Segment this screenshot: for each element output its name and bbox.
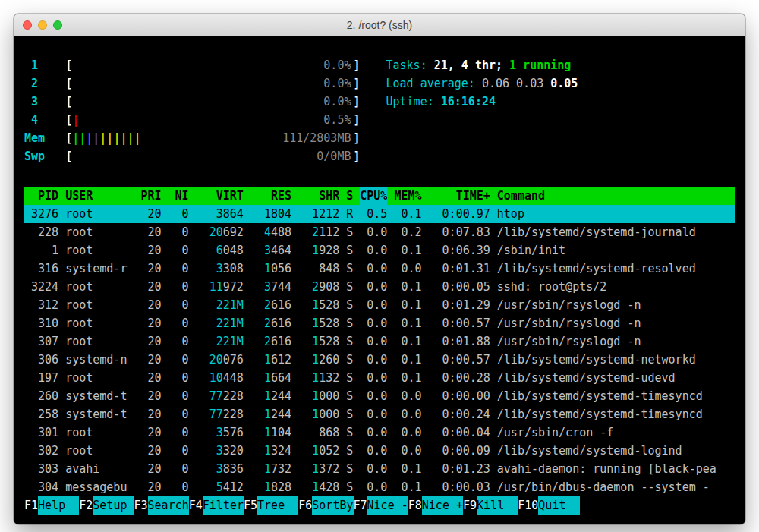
cell-ni: 0	[168, 351, 189, 369]
function-key-f8[interactable]: F8Nice +	[408, 496, 463, 515]
cell-shr: 868	[298, 423, 339, 442]
function-key-label: Setup	[93, 496, 134, 515]
column-header-pri[interactable]: PRI	[140, 187, 161, 205]
function-key-f7[interactable]: F7Nice -	[354, 496, 408, 515]
column-header-time[interactable]: TIME+	[429, 187, 490, 205]
cell-mem: 0.0	[394, 442, 421, 460]
meter-close-bracket: ]	[353, 93, 360, 111]
meter-open-bracket: [	[65, 147, 72, 165]
process-row-302[interactable]: 302root200332013241052S0.00.00:00.09/lib…	[24, 442, 735, 460]
cell-ni: 0	[168, 387, 189, 405]
cell-pid: 3276	[24, 205, 58, 223]
process-row-1[interactable]: 1root200604834641928S0.00.10:06.39/sbin/…	[24, 241, 735, 260]
cell-s: S	[346, 296, 353, 314]
process-row-3224[interactable]: 3224root2001197237442908S0.00.10:00.05ss…	[24, 278, 735, 296]
column-header-pid[interactable]: PID	[24, 187, 58, 205]
process-row-316[interactable]: 316systemd-r20033081056848S0.00.00:01.31…	[24, 260, 735, 278]
meter-2: 2[0.0%]	[24, 74, 360, 93]
cell-time: 0:00.09	[429, 442, 490, 460]
cell-ni: 0	[168, 460, 189, 478]
cell-time: 0:00.57	[429, 314, 490, 332]
cell-command: /usr/sbin/rsyslogd -n	[497, 314, 735, 332]
process-row-303[interactable]: 303avahi200383617321372S0.00.10:01.23ava…	[24, 460, 735, 478]
meter-close-bracket: ]	[353, 147, 360, 165]
process-row-260[interactable]: 260systemd-t2007722812441000S0.00.00:00.…	[24, 387, 735, 405]
function-key-f6[interactable]: F6SortBy	[298, 496, 353, 515]
zoom-button[interactable]	[53, 20, 62, 30]
cell-s: S	[346, 223, 353, 241]
column-header-ni[interactable]: NI	[168, 187, 189, 205]
function-key-label: Tree	[257, 496, 298, 515]
function-key-f4[interactable]: F4Filter	[189, 496, 244, 515]
cell-pri: 20	[140, 278, 161, 296]
cell-res: 1324	[250, 442, 291, 460]
cell-virt: 20692	[196, 223, 244, 241]
column-header-mem[interactable]: MEM%	[394, 187, 421, 205]
htop-screen: 1[0.0%] 2[0.0%] 3[0.0%] 4[|0.5%]Mem[||||…	[14, 36, 745, 524]
function-key-f2[interactable]: F2Setup	[79, 496, 134, 515]
meter-bar: 0.0%	[72, 56, 353, 74]
cell-command: /lib/systemd/systemd-networkd	[497, 351, 735, 369]
cell-shr: 1132	[298, 369, 339, 387]
function-key-label: Search	[148, 496, 189, 515]
column-header-cpu[interactable]: CPU%	[360, 187, 387, 205]
uptime-label: Uptime:	[386, 95, 440, 109]
cell-mem: 0.1	[394, 241, 421, 260]
function-key-f3[interactable]: F3Search	[134, 496, 189, 515]
titlebar[interactable]: 2. /root? (ssh)	[14, 14, 745, 36]
cell-res: 2616	[250, 296, 291, 314]
close-button[interactable]	[23, 20, 32, 30]
column-header-s[interactable]: S	[346, 187, 353, 205]
process-row-258[interactable]: 258systemd-t2007722812441000S0.00.00:00.…	[24, 405, 735, 423]
process-row-312[interactable]: 312root200221M26161528S0.00.10:01.29/usr…	[24, 296, 735, 314]
cell-pri: 20	[140, 369, 161, 387]
function-key-f1[interactable]: F1Help	[24, 496, 79, 515]
cell-user: systemd-t	[65, 405, 134, 423]
column-header-shr[interactable]: SHR	[298, 187, 339, 205]
function-key-number: F3	[134, 496, 148, 515]
function-key-f9[interactable]: F9Kill	[463, 496, 518, 515]
process-row-301[interactable]: 301root20035761104868S0.00.00:00.04/usr/…	[24, 423, 735, 442]
traffic-lights	[23, 14, 62, 36]
process-row-3276[interactable]: 3276root200386418041212R0.50.10:00.97hto…	[24, 205, 735, 223]
meter-label: 1	[24, 56, 65, 74]
process-row-306[interactable]: 306systemd-n2002007616121260S0.00.10:00.…	[24, 351, 735, 369]
process-row-307[interactable]: 307root200221M26161528S0.00.10:01.88/usr…	[24, 332, 735, 351]
cell-res: 1612	[250, 351, 291, 369]
column-header-user[interactable]: USER	[65, 187, 134, 205]
column-header-command[interactable]: Command	[497, 187, 735, 205]
meter-bar-segment-red: |	[72, 113, 79, 127]
cell-user: root	[65, 314, 134, 332]
cell-shr: 1428	[298, 478, 339, 496]
cell-mem: 0.0	[394, 260, 421, 278]
function-key-number: F1	[24, 496, 38, 515]
cell-res: 1664	[250, 369, 291, 387]
meter-close-bracket: ]	[353, 111, 360, 129]
meter-3: 3[0.0%]	[24, 93, 360, 111]
cell-cpu: 0.0	[360, 387, 387, 405]
cell-res: 3464	[250, 241, 291, 260]
cell-cpu: 0.0	[360, 296, 387, 314]
process-row-228[interactable]: 228root2002069244882112S0.00.20:07.83/li…	[24, 223, 735, 241]
function-key-f10[interactable]: F10Quit	[518, 496, 579, 515]
cell-s: S	[346, 423, 353, 442]
cell-command: htop	[497, 205, 735, 223]
meter-mem: Mem[||||||||||111/2803MB]	[24, 129, 360, 147]
cell-command: /lib/systemd/systemd-timesyncd	[497, 405, 735, 423]
process-row-310[interactable]: 310root200221M26161528S0.00.10:00.57/usr…	[24, 314, 735, 332]
cell-pid: 304	[24, 478, 58, 496]
cell-command: /usr/bin/dbus-daemon --system -	[497, 478, 735, 496]
column-header-res[interactable]: RES	[250, 187, 291, 205]
cell-shr: 848	[298, 260, 339, 278]
column-header-virt[interactable]: VIRT	[196, 187, 244, 205]
tasks-counts: 21, 4 thr;	[434, 58, 509, 72]
cell-user: root	[65, 205, 134, 223]
meter-bar: |0.5%	[72, 111, 353, 129]
meter-value: 0.0%	[323, 93, 351, 111]
function-key-f5[interactable]: F5Tree	[244, 496, 298, 515]
minimize-button[interactable]	[38, 20, 47, 30]
function-key-label: Quit	[538, 496, 579, 515]
process-row-197[interactable]: 197root2001044816641132S0.00.10:00.28/li…	[24, 369, 735, 387]
process-row-304[interactable]: 304messagebu200541218281428S0.00.10:00.0…	[24, 478, 735, 496]
cell-pri: 20	[140, 314, 161, 332]
